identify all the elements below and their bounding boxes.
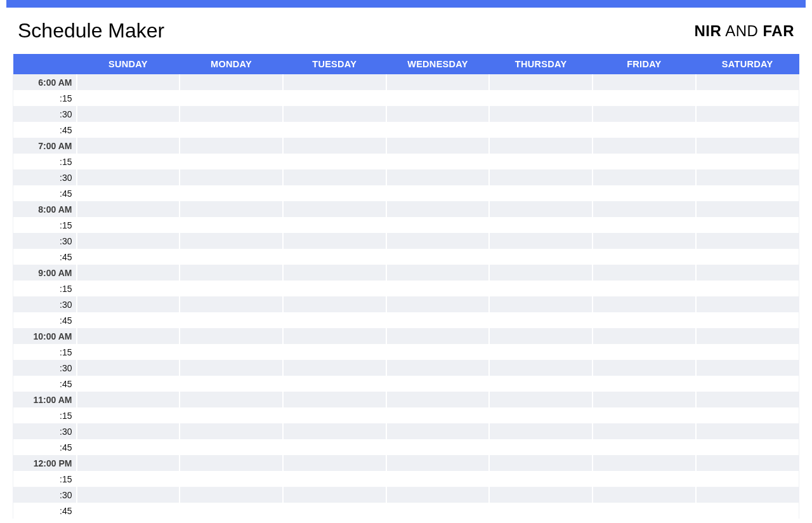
schedule-cell[interactable] — [696, 265, 799, 281]
schedule-cell[interactable] — [489, 344, 593, 360]
schedule-cell[interactable] — [696, 360, 799, 376]
schedule-cell[interactable] — [593, 201, 696, 217]
schedule-cell[interactable] — [283, 201, 386, 217]
schedule-cell[interactable] — [386, 233, 490, 249]
schedule-cell[interactable] — [696, 376, 799, 392]
schedule-cell[interactable] — [489, 265, 593, 281]
schedule-cell[interactable] — [489, 312, 593, 328]
schedule-cell[interactable] — [696, 392, 799, 407]
schedule-cell[interactable] — [283, 503, 386, 519]
schedule-cell[interactable] — [386, 439, 490, 455]
schedule-cell[interactable] — [593, 249, 696, 265]
schedule-cell[interactable] — [180, 503, 283, 519]
schedule-cell[interactable] — [489, 138, 593, 154]
schedule-cell[interactable] — [696, 90, 799, 106]
schedule-cell[interactable] — [696, 74, 799, 90]
schedule-cell[interactable] — [489, 423, 593, 439]
schedule-cell[interactable] — [696, 138, 799, 154]
schedule-cell[interactable] — [386, 281, 490, 296]
schedule-cell[interactable] — [180, 281, 283, 296]
schedule-cell[interactable] — [283, 74, 386, 90]
schedule-cell[interactable] — [77, 360, 180, 376]
schedule-cell[interactable] — [386, 360, 490, 376]
schedule-cell[interactable] — [696, 503, 799, 519]
schedule-cell[interactable] — [180, 360, 283, 376]
schedule-cell[interactable] — [386, 185, 490, 201]
schedule-cell[interactable] — [180, 138, 283, 154]
schedule-cell[interactable] — [489, 169, 593, 185]
schedule-cell[interactable] — [489, 281, 593, 296]
schedule-cell[interactable] — [283, 265, 386, 281]
schedule-cell[interactable] — [489, 455, 593, 471]
schedule-cell[interactable] — [386, 296, 490, 312]
schedule-cell[interactable] — [593, 376, 696, 392]
schedule-cell[interactable] — [283, 233, 386, 249]
schedule-cell[interactable] — [386, 217, 490, 233]
schedule-cell[interactable] — [386, 407, 490, 423]
schedule-cell[interactable] — [283, 439, 386, 455]
schedule-cell[interactable] — [180, 265, 283, 281]
schedule-cell[interactable] — [489, 90, 593, 106]
schedule-cell[interactable] — [593, 503, 696, 519]
schedule-cell[interactable] — [386, 423, 490, 439]
schedule-cell[interactable] — [283, 328, 386, 344]
schedule-cell[interactable] — [283, 407, 386, 423]
schedule-cell[interactable] — [180, 455, 283, 471]
schedule-cell[interactable] — [77, 376, 180, 392]
schedule-cell[interactable] — [77, 169, 180, 185]
schedule-cell[interactable] — [180, 90, 283, 106]
schedule-cell[interactable] — [593, 439, 696, 455]
schedule-cell[interactable] — [77, 265, 180, 281]
schedule-cell[interactable] — [696, 328, 799, 344]
schedule-cell[interactable] — [77, 455, 180, 471]
schedule-cell[interactable] — [77, 154, 180, 169]
schedule-cell[interactable] — [180, 169, 283, 185]
schedule-cell[interactable] — [180, 122, 283, 138]
schedule-cell[interactable] — [593, 455, 696, 471]
schedule-cell[interactable] — [696, 122, 799, 138]
schedule-cell[interactable] — [386, 106, 490, 122]
schedule-cell[interactable] — [283, 376, 386, 392]
schedule-cell[interactable] — [386, 249, 490, 265]
schedule-cell[interactable] — [283, 344, 386, 360]
schedule-cell[interactable] — [489, 360, 593, 376]
schedule-cell[interactable] — [386, 154, 490, 169]
schedule-cell[interactable] — [77, 407, 180, 423]
schedule-cell[interactable] — [696, 281, 799, 296]
schedule-cell[interactable] — [283, 312, 386, 328]
schedule-cell[interactable] — [489, 233, 593, 249]
schedule-cell[interactable] — [77, 296, 180, 312]
schedule-cell[interactable] — [593, 138, 696, 154]
schedule-cell[interactable] — [180, 154, 283, 169]
schedule-cell[interactable] — [696, 471, 799, 487]
schedule-cell[interactable] — [283, 106, 386, 122]
schedule-cell[interactable] — [180, 249, 283, 265]
schedule-cell[interactable] — [180, 392, 283, 407]
schedule-cell[interactable] — [180, 217, 283, 233]
schedule-cell[interactable] — [386, 392, 490, 407]
schedule-cell[interactable] — [386, 74, 490, 90]
schedule-cell[interactable] — [696, 439, 799, 455]
schedule-cell[interactable] — [489, 122, 593, 138]
schedule-cell[interactable] — [489, 217, 593, 233]
schedule-cell[interactable] — [77, 217, 180, 233]
schedule-cell[interactable] — [180, 439, 283, 455]
schedule-cell[interactable] — [77, 423, 180, 439]
schedule-cell[interactable] — [180, 407, 283, 423]
schedule-cell[interactable] — [593, 233, 696, 249]
schedule-cell[interactable] — [593, 312, 696, 328]
schedule-cell[interactable] — [283, 217, 386, 233]
schedule-cell[interactable] — [77, 74, 180, 90]
schedule-cell[interactable] — [180, 471, 283, 487]
schedule-cell[interactable] — [77, 90, 180, 106]
schedule-cell[interactable] — [283, 249, 386, 265]
schedule-cell[interactable] — [77, 249, 180, 265]
schedule-cell[interactable] — [77, 503, 180, 519]
schedule-cell[interactable] — [489, 106, 593, 122]
schedule-cell[interactable] — [180, 376, 283, 392]
schedule-cell[interactable] — [283, 122, 386, 138]
schedule-cell[interactable] — [180, 344, 283, 360]
schedule-cell[interactable] — [593, 106, 696, 122]
schedule-cell[interactable] — [593, 90, 696, 106]
schedule-cell[interactable] — [489, 328, 593, 344]
